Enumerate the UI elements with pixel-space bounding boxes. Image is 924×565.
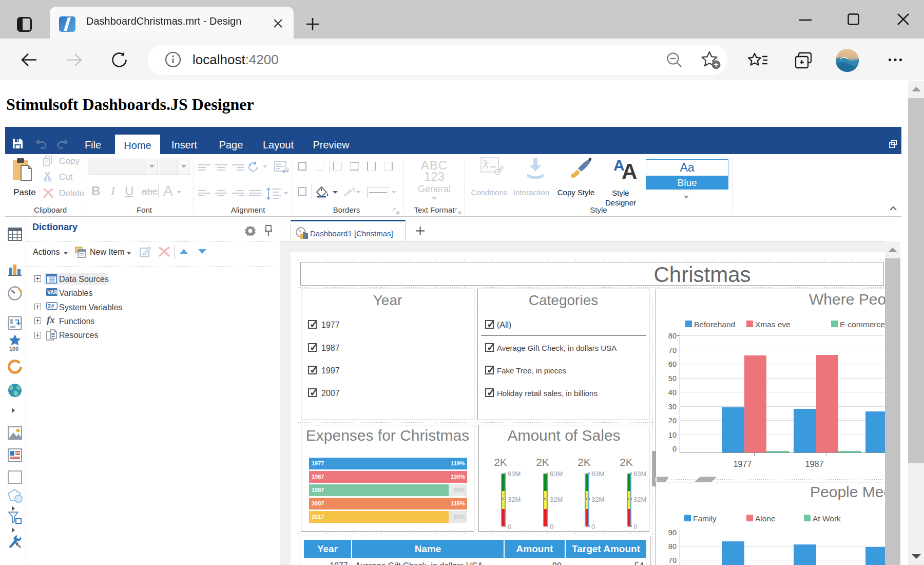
svg-text:A: A [622, 159, 637, 180]
svg-text:100: 100 [9, 346, 18, 351]
svg-text:VAR: VAR [47, 290, 57, 295]
svg-text:Σ#: Σ# [48, 303, 54, 309]
